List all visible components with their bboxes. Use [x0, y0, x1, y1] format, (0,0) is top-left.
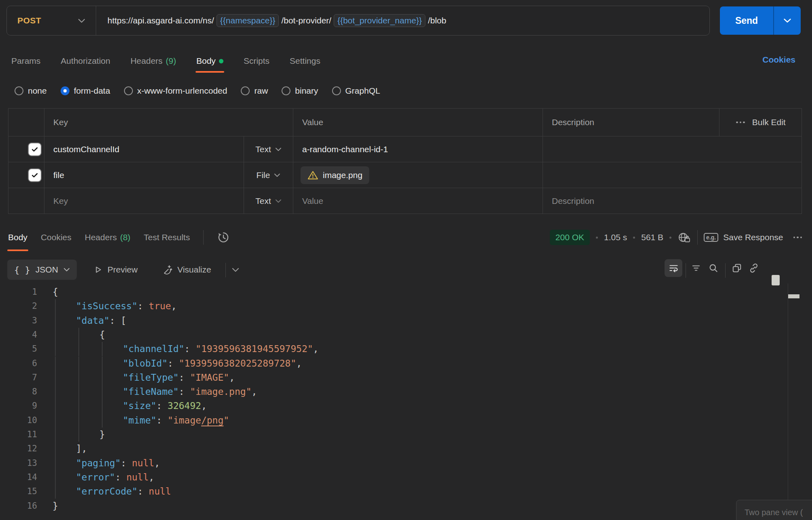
more-horizontal-icon[interactable] [793, 237, 802, 239]
send-label[interactable]: Send [720, 6, 773, 35]
tab-scripts[interactable]: Scripts [244, 49, 269, 73]
radio-x-www-form-urlencoded[interactable]: x-www-form-urlencoded [124, 86, 227, 96]
visualize-button[interactable]: Visualize [162, 258, 211, 281]
indent-guide [78, 399, 79, 413]
play-icon [93, 265, 103, 275]
code-text: { [53, 285, 58, 299]
more-horizontal-icon [736, 122, 745, 124]
checkbox[interactable] [29, 143, 41, 155]
cell-value[interactable]: Value [293, 188, 543, 214]
indent-guide [102, 371, 103, 385]
indent-guide [55, 470, 56, 484]
type-select[interactable]: Text [244, 136, 293, 162]
indent-guide [102, 413, 103, 428]
method-selector[interactable]: POST [7, 6, 96, 35]
radio-label: none [28, 86, 47, 96]
cell-key[interactable]: file [44, 162, 244, 188]
type-select[interactable]: File [244, 162, 293, 188]
send-button[interactable]: Send [720, 6, 801, 35]
line-number: 11 [0, 428, 37, 442]
tab-label: Headers [130, 56, 162, 66]
response-tab-body[interactable]: Body [8, 224, 27, 250]
cell-key[interactable]: Key [44, 188, 244, 214]
link-icon[interactable] [745, 259, 763, 277]
code-text: "isSuccess": true, [76, 299, 177, 313]
header-cell-value: Value [293, 109, 543, 136]
history-icon[interactable] [217, 231, 230, 244]
tab-label: Scripts [244, 56, 269, 66]
url-variable[interactable]: {{namespace}} [217, 14, 279, 27]
tab-body[interactable]: Body [196, 49, 223, 73]
code-line: 4{ [0, 328, 787, 342]
network-globe-lock-icon[interactable] [677, 231, 691, 243]
separator-dot [669, 237, 671, 239]
tab-params[interactable]: Params [11, 49, 40, 73]
save-response-button[interactable]: e.g. Save Response [704, 233, 783, 242]
tab-authorization[interactable]: Authorization [61, 49, 110, 73]
line-number: 14 [0, 470, 37, 484]
cookies-link[interactable]: Cookies [762, 55, 795, 65]
line-number: 10 [0, 413, 37, 428]
code-line: 9"size": 326492, [0, 399, 787, 413]
minimap-indicator[interactable] [788, 294, 799, 298]
response-tab-headers[interactable]: Headers(8) [85, 224, 130, 250]
radio-none[interactable]: none [15, 86, 47, 96]
warning-icon [307, 170, 318, 180]
search-icon[interactable] [705, 259, 722, 277]
response-tab-test-results[interactable]: Test Results [144, 224, 190, 250]
separator-dot [596, 237, 598, 239]
format-select[interactable]: { } JSON [7, 260, 77, 280]
type-label: Text [255, 196, 271, 206]
chevron-down-icon [274, 173, 280, 177]
filter-icon[interactable] [687, 259, 705, 277]
cell-description[interactable] [543, 162, 802, 188]
code-text: "error": null, [76, 470, 154, 484]
line-number: 5 [0, 342, 37, 356]
indent-guide [55, 356, 56, 371]
cell-description[interactable]: Description [543, 188, 802, 214]
line-number: 16 [0, 499, 37, 513]
radio-raw[interactable]: raw [241, 86, 268, 96]
cell-description[interactable] [543, 136, 802, 162]
send-options-button[interactable] [773, 6, 801, 35]
indent-guide [102, 356, 103, 371]
file-chip[interactable]: image.png [301, 166, 369, 184]
tab-headers[interactable]: Headers(9) [130, 49, 176, 73]
url-input[interactable]: https://api.asgard-ai.com/ns/{{namespace… [96, 14, 709, 27]
radio-form-data[interactable]: form-data [61, 86, 110, 96]
cell-key[interactable]: customChannelId [44, 136, 244, 162]
code-text: "paging": null, [76, 456, 160, 470]
radio-label: raw [254, 86, 268, 96]
checkbox[interactable] [29, 169, 41, 181]
wrap-text-button[interactable] [665, 259, 682, 277]
url-segment: /blob [428, 16, 446, 25]
check-icon [31, 171, 39, 179]
url-variable[interactable]: {{bot_provider_name}} [334, 14, 425, 27]
indent-guide [102, 385, 103, 399]
radio-graphql[interactable]: GraphQL [332, 86, 380, 96]
cell-checkbox [8, 136, 44, 162]
response-tab-cookies[interactable]: Cookies [41, 224, 72, 250]
tab-settings[interactable]: Settings [290, 49, 320, 73]
code-line: 7"fileType": "IMAGE", [0, 371, 787, 385]
indent-guide [78, 342, 79, 356]
bulk-edit-label: Bulk Edit [752, 117, 786, 127]
chevron-down-icon [275, 199, 282, 203]
type-select[interactable]: Text [244, 188, 293, 214]
file-chip-label: image.png [323, 170, 362, 180]
response-body-json: 1{2"isSuccess": true,3"data": [4{5"chann… [0, 285, 812, 520]
radio-binary[interactable]: binary [282, 86, 318, 96]
cell-value[interactable]: image.png [293, 162, 543, 188]
visualize-options-button[interactable] [232, 258, 239, 281]
preview-button[interactable]: Preview [93, 258, 138, 281]
scrollbar-thumb[interactable] [772, 275, 780, 285]
tab-label: Headers [85, 233, 117, 242]
radio-circle [282, 86, 290, 95]
code-text: "channelId": "1939596381945597952", [123, 342, 319, 356]
indent-guide [55, 299, 56, 313]
copy-icon[interactable] [728, 259, 746, 277]
url-segment: https://api.asgard-ai.com/ns/ [107, 16, 214, 25]
cell-value[interactable]: a-random-channel-id-1 [293, 136, 543, 162]
two-pane-view-tooltip: Two pane view ( [736, 500, 812, 520]
bulk-edit-button[interactable]: Bulk Edit [719, 109, 802, 136]
